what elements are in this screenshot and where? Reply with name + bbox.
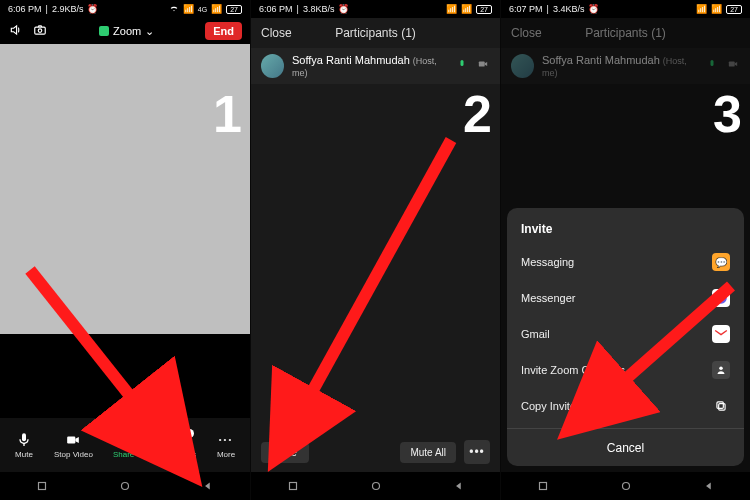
nav-back[interactable] [452,479,466,493]
video-icon [63,432,83,448]
screen-3-invite-sheet: 6:07 PM | 3.4KB/s ⏰ 📶 📶 27 Close Partici… [500,0,750,500]
step-number: 3 [713,84,740,144]
option-label: Messaging [521,256,574,268]
status-bar: 6:06 PM | 3.8KB/s ⏰ 📶 📶 27 [251,0,500,18]
status-time: 6:06 PM [8,4,42,14]
nav-recents[interactable] [35,479,49,493]
more-button[interactable]: ••• More [216,432,236,459]
svg-rect-2 [68,436,76,443]
mute-all-button[interactable]: Mute All [400,442,456,463]
svg-rect-19 [539,483,546,490]
mute-button[interactable]: Mute [14,432,34,459]
option-label: Messenger [521,292,575,304]
alarm-icon: ⏰ [338,4,349,14]
signal-icon: 📶 [461,4,472,14]
status-time: 6:06 PM [259,4,293,14]
svg-rect-13 [729,62,735,67]
status-bar: 6:06 PM | 2.9KB/s ⏰ 📶 4G 📶 27 [0,0,250,18]
nav-recents[interactable] [286,479,300,493]
invite-option-gmail[interactable]: Gmail [507,316,744,352]
participants-button[interactable]: 1 Participants [154,432,196,459]
wifi-icon: 📶 [696,4,707,14]
zoom-dropdown[interactable]: Zoom ⌄ [99,25,154,38]
participants-footer: Invite Mute All ••• [251,432,500,472]
screen-1-meeting: 6:06 PM | 2.9KB/s ⏰ 📶 4G 📶 27 [0,0,250,500]
option-label: Copy Invite Link [521,400,599,412]
nav-home[interactable] [619,479,633,493]
messaging-app-icon: 💬 [712,253,730,271]
status-bar: 6:07 PM | 3.4KB/s ⏰ 📶 📶 27 [501,0,750,18]
status-net: 3.4KB/s [553,4,585,14]
svg-rect-6 [38,483,45,490]
toolbar-label: More [217,450,235,459]
page-title: Participants (1) [501,26,750,40]
step-number: 2 [463,84,490,144]
android-nav [251,472,500,500]
svg-point-20 [622,483,629,490]
shield-icon [99,26,109,36]
android-nav [501,472,750,500]
svg-rect-0 [35,27,46,34]
nav-back[interactable] [702,479,716,493]
invite-option-messaging[interactable]: Messaging 💬 [507,244,744,280]
nav-back[interactable] [201,479,215,493]
more-icon: ••• [216,432,236,448]
svg-point-4 [171,435,175,439]
svg-rect-9 [479,62,485,67]
invite-option-zoom-contacts[interactable]: Invite Zoom Contacts [507,352,744,388]
more-options-button[interactable]: ••• [464,440,490,464]
participant-row[interactable]: Soffya Ranti Mahmudah (Host, me) [251,48,500,84]
meeting-body [0,334,250,418]
copy-icon [712,397,730,415]
status-time: 6:07 PM [509,4,543,14]
invite-option-messenger[interactable]: Messenger [507,280,744,316]
toolbar-label: Mute [15,450,33,459]
status-net: 3.8KB/s [303,4,335,14]
meeting-toolbar: Mute Stop Video Share 1 Participants [0,418,250,472]
svg-point-1 [38,29,42,32]
battery-icon: 27 [476,5,492,14]
sheet-title: Invite [507,218,744,244]
mic-icon [14,432,34,448]
avatar [261,54,284,78]
nav-home[interactable] [118,479,132,493]
chevron-down-icon: ⌄ [145,25,154,38]
invite-option-copy-link[interactable]: Copy Invite Link [507,388,744,424]
zoom-label: Zoom [113,25,141,37]
meeting-top-bar: Zoom ⌄ End [0,18,250,44]
svg-rect-10 [289,483,296,490]
option-label: Invite Zoom Contacts [521,364,625,376]
battery-icon: 27 [226,5,242,14]
mic-on-icon [456,59,468,73]
mic-on-icon [706,59,718,73]
android-nav [0,472,250,500]
toolbar-label: Participants [154,450,196,459]
svg-point-5 [176,436,179,439]
share-button[interactable]: Share [113,432,134,459]
stop-video-button[interactable]: Stop Video [54,432,93,459]
signal-icon: 📶 [711,4,722,14]
participant-name: Soffya Ranti Mahmudah [292,54,410,66]
participants-badge: 1 [184,429,194,438]
participant-row: Soffya Ranti Mahmudah (Host, me) [501,48,750,84]
invite-button[interactable]: Invite [261,442,309,463]
option-label: Gmail [521,328,550,340]
camera-icon [726,59,740,73]
toolbar-label: Share [113,450,134,459]
cancel-button[interactable]: Cancel [507,428,744,466]
step-number: 1 [213,84,240,144]
status-net: 2.9KB/s [52,4,84,14]
camera-icon [476,59,490,73]
participant-name: Soffya Ranti Mahmudah [542,54,660,66]
battery-icon: 27 [726,5,742,14]
participants-header: Close Participants (1) [501,18,750,48]
svg-point-7 [121,483,128,490]
nav-recents[interactable] [536,479,550,493]
participants-header: Close Participants (1) [251,18,500,48]
switch-camera-icon[interactable] [32,23,48,39]
speaker-icon[interactable] [8,23,24,39]
page-title: Participants (1) [251,26,500,40]
gmail-app-icon [712,325,730,343]
nav-home[interactable] [369,479,383,493]
end-button[interactable]: End [205,22,242,40]
